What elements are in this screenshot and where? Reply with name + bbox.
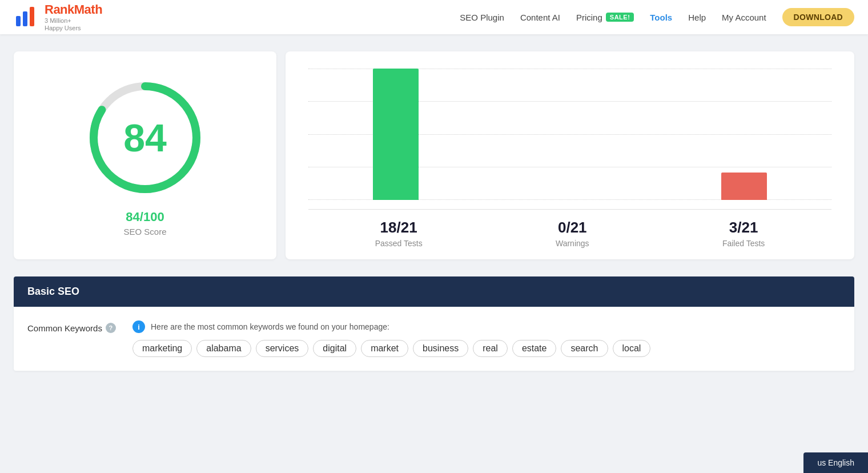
keywords-label: Common Keywords ?	[27, 320, 119, 333]
keywords-tags: marketing alabama services digital marke…	[132, 340, 841, 357]
stat-warnings-value: 0/21	[558, 219, 587, 236]
keyword-tag: estate	[512, 340, 557, 357]
bar-failed	[721, 173, 767, 200]
stat-passed: 18/21 Passed Tests	[375, 219, 423, 248]
basic-seo-header: Basic SEO	[14, 276, 854, 307]
keyword-tag: alabama	[196, 340, 251, 357]
main-content: 84 84/100 SEO Score	[0, 34, 868, 371]
score-fraction: 84/100	[126, 210, 164, 225]
nav-tools[interactable]: Tools	[650, 13, 672, 22]
score-number: 84	[123, 115, 167, 160]
logo-text: RankMath 3 Million+ Happy Users	[45, 2, 102, 32]
keywords-row: Common Keywords ? i Here are the most co…	[27, 320, 841, 357]
bar-passed-rect	[373, 69, 419, 200]
keywords-content: i Here are the most common keywords we f…	[132, 320, 841, 357]
keyword-tag: services	[256, 340, 309, 357]
chart-card: 18/21 Passed Tests 0/21 Warnings 3/21 Fa…	[286, 51, 854, 259]
logo-name: RankMath	[45, 2, 102, 17]
bar-failed-rect	[721, 173, 767, 200]
sale-badge: SALE!	[606, 13, 634, 22]
nav-pricing[interactable]: Pricing	[576, 13, 602, 22]
stat-failed: 3/21 Failed Tests	[722, 219, 765, 248]
basic-seo-body: Common Keywords ? i Here are the most co…	[14, 307, 854, 371]
stat-passed-value: 18/21	[380, 219, 417, 236]
stat-failed-label: Failed Tests	[722, 239, 765, 248]
keyword-tag: digital	[313, 340, 356, 357]
logo-area: RankMath 3 Million+ Happy Users	[14, 2, 102, 32]
keyword-tag: real	[473, 340, 508, 357]
svg-rect-2	[30, 7, 34, 26]
keyword-tag: business	[413, 340, 468, 357]
keyword-tag: local	[613, 340, 651, 357]
basic-seo-section: Basic SEO Common Keywords ? i Here are t…	[14, 276, 854, 371]
stat-warnings-label: Warnings	[556, 239, 589, 248]
stat-passed-label: Passed Tests	[375, 239, 423, 248]
info-row: i Here are the most common keywords we f…	[132, 320, 841, 333]
language-label: us English	[817, 458, 854, 467]
stat-failed-value: 3/21	[729, 219, 758, 236]
language-bar: us English	[803, 452, 868, 473]
chart-area	[308, 69, 831, 210]
score-label: SEO Score	[123, 227, 166, 236]
score-circle: 84	[82, 75, 208, 201]
bar-passed	[373, 69, 419, 200]
logo-icon	[14, 5, 39, 30]
nav-help[interactable]: Help	[688, 13, 706, 22]
main-nav: SEO Plugin Content AI Pricing SALE! Tool…	[460, 8, 854, 26]
nav-pricing-group: Pricing SALE!	[576, 13, 634, 22]
keyword-tag: marketing	[132, 340, 192, 357]
info-text: Here are the most common keywords we fou…	[151, 322, 389, 331]
header: RankMath 3 Million+ Happy Users SEO Plug…	[0, 0, 868, 34]
chart-stats: 18/21 Passed Tests 0/21 Warnings 3/21 Fa…	[308, 210, 831, 248]
nav-my-account[interactable]: My Account	[722, 13, 766, 22]
info-icon: i	[132, 320, 145, 333]
keyword-tag: search	[561, 340, 608, 357]
seo-score-card: 84 84/100 SEO Score	[14, 51, 276, 259]
svg-rect-0	[16, 16, 21, 26]
keyword-tag: market	[361, 340, 408, 357]
score-section: 84 84/100 SEO Score	[14, 51, 854, 259]
nav-content-ai[interactable]: Content AI	[520, 13, 560, 22]
nav-seo-plugin[interactable]: SEO Plugin	[460, 13, 504, 22]
help-icon[interactable]: ?	[106, 323, 116, 333]
download-button[interactable]: DOWNLOAD	[782, 8, 854, 26]
stat-warnings: 0/21 Warnings	[556, 219, 589, 248]
svg-rect-1	[23, 11, 27, 26]
logo-tagline: 3 Million+ Happy Users	[45, 17, 102, 32]
